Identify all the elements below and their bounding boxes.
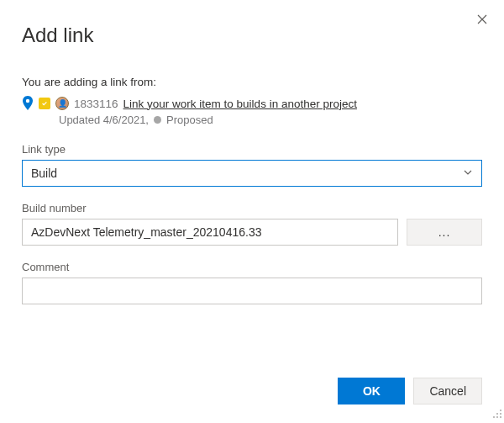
comment-input[interactable] — [22, 278, 482, 304]
dialog-footer: OK Cancel — [338, 378, 482, 404]
shield-badge-icon — [39, 98, 50, 109]
state-dot-icon — [154, 116, 161, 124]
work-item-id: 1833116 — [74, 98, 118, 110]
svg-point-3 — [500, 413, 501, 415]
work-item-row: 👤 1833116 Link your work item to builds … — [22, 97, 482, 110]
link-type-label: Link type — [22, 143, 482, 156]
resize-grip-icon[interactable] — [491, 407, 502, 421]
svg-point-1 — [500, 410, 501, 411]
close-icon — [477, 13, 487, 27]
comment-label: Comment — [22, 261, 482, 273]
close-button[interactable] — [472, 10, 492, 30]
build-number-input[interactable] — [22, 219, 398, 246]
svg-point-2 — [496, 413, 498, 415]
pin-icon — [22, 97, 34, 110]
browse-button[interactable]: ... — [407, 219, 482, 246]
avatar-icon: 👤 — [55, 97, 69, 110]
updated-text: Updated 4/6/2021, — [59, 114, 149, 126]
ok-button[interactable]: OK — [338, 378, 405, 404]
link-type-value: Build — [31, 167, 57, 180]
link-type-field: Link type Build — [22, 143, 482, 187]
comment-field: Comment — [22, 261, 482, 304]
svg-point-4 — [493, 416, 495, 418]
build-number-label: Build number — [22, 202, 482, 214]
build-number-field: Build number ... — [22, 202, 482, 246]
svg-point-6 — [500, 416, 501, 418]
work-item-link[interactable]: Link your work item to builds in another… — [123, 98, 357, 110]
intro-text: You are adding a link from: — [22, 76, 482, 88]
state-text: Proposed — [166, 114, 213, 126]
cancel-button[interactable]: Cancel — [413, 378, 482, 404]
dialog-title: Add link — [22, 24, 482, 47]
svg-point-0 — [26, 99, 29, 103]
link-type-select[interactable]: Build — [22, 160, 482, 187]
work-item-meta: Updated 4/6/2021, Proposed — [59, 114, 482, 126]
svg-point-5 — [496, 416, 498, 418]
chevron-down-icon — [463, 167, 473, 180]
